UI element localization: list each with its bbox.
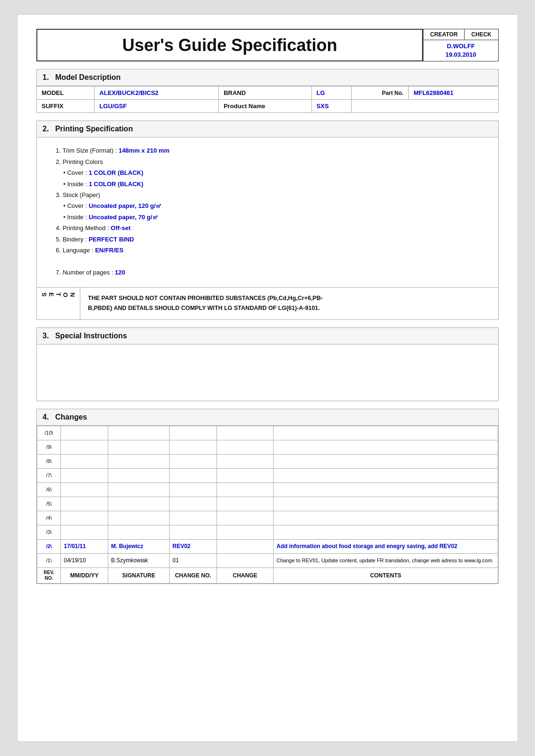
table-footer-row: REV.NO. MM/DD/YY SIGNATURE CHANGE NO. CH… — [37, 567, 498, 583]
section2-title: Printing Specification — [55, 125, 133, 133]
model-value: ALEX/BUCK2/BICS2 — [95, 86, 219, 100]
sig-10 — [108, 426, 170, 440]
notes-row: NOTES THE PART SHOULD NOT CONTAIN PROHIB… — [36, 288, 499, 320]
table-row: /1\ 04/19/10 B.Szymkowiak 01 Change to R… — [37, 553, 498, 567]
chgno-5 — [170, 497, 217, 511]
print-item-4: 4. Printing Method : Off-set — [56, 223, 489, 233]
section2-number: 2. — [43, 125, 49, 133]
date-8 — [61, 454, 108, 468]
section4-header: 4. Changes — [36, 409, 499, 426]
change-4 — [217, 511, 274, 525]
sig-6 — [108, 482, 170, 497]
brand-value: LG — [311, 86, 352, 100]
rev-8: /8\ — [37, 454, 61, 468]
chgno-10 — [170, 426, 217, 440]
print-item-5: 5. Bindery : PERFECT BIND — [56, 234, 489, 245]
changes-table: /10\ /9\ — [37, 426, 498, 584]
change-1 — [217, 553, 274, 567]
print-item-blank — [56, 256, 489, 266]
page-title: User's Guide Specification — [122, 35, 337, 55]
rev-3: /3\ — [37, 525, 61, 539]
section4-number: 4. — [43, 413, 49, 421]
mm-dd-yy-header: MM/DD/YY — [61, 567, 108, 583]
table-row: /6\ — [37, 482, 498, 497]
change-8 — [217, 454, 274, 468]
date-7 — [61, 468, 108, 482]
notes-content: THE PART SHOULD NOT CONTAIN PROHIBITED S… — [80, 288, 330, 319]
chgno-4 — [170, 511, 217, 525]
contents-9 — [274, 440, 498, 454]
contents-4 — [274, 511, 498, 525]
print-item-cover-color: • Cover : 1 COLOR (BLACK) — [63, 167, 489, 178]
contents-3 — [274, 525, 498, 539]
date-5 — [61, 497, 108, 511]
suffix-row: SUFFIX LGU/GSF Product Name SXS — [37, 100, 499, 113]
rev-no-header: REV.NO. — [37, 567, 61, 583]
print-item-2: 2. Printing Colors — [56, 156, 489, 167]
header: User's Guide Specification CREATOR CHECK… — [36, 29, 499, 61]
model-table: MODEL ALEX/BUCK2/BICS2 BRAND LG Part No.… — [36, 86, 499, 113]
model-label: MODEL — [37, 86, 95, 100]
change-7 — [217, 468, 274, 482]
print-item-inside-stock: • Inside : Uncoated paper, 70 g/㎡ — [63, 212, 489, 223]
model-row: MODEL ALEX/BUCK2/BICS2 BRAND LG Part No.… — [37, 86, 499, 100]
table-row: /4\ — [37, 511, 498, 525]
section3-number: 3. — [43, 332, 49, 340]
page: User's Guide Specification CREATOR CHECK… — [17, 14, 518, 742]
chgno-8 — [170, 454, 217, 468]
header-top-row: CREATOR CHECK — [423, 29, 498, 40]
change-6 — [217, 482, 274, 497]
check-label: CHECK — [465, 29, 498, 40]
date-3 — [61, 525, 108, 539]
chgno-6 — [170, 482, 217, 497]
print-item-cover-stock: • Cover : Uncoated paper, 120 g/㎡ — [63, 200, 489, 211]
contents-7 — [274, 468, 498, 482]
table-row: /3\ — [37, 525, 498, 539]
header-bottom-row: D.WOLFF19.03.2010 — [423, 40, 498, 61]
section4: 4. Changes /10\ /9\ — [36, 409, 499, 584]
section3-title: Special Instructions — [55, 332, 127, 340]
contents-5 — [274, 497, 498, 511]
change-3 — [217, 525, 274, 539]
title-box: User's Guide Specification — [36, 29, 423, 61]
change-9 — [217, 440, 274, 454]
date-6 — [61, 482, 108, 497]
rev-10: /10\ — [37, 426, 61, 440]
contents-10 — [274, 426, 498, 440]
table-row: /2\ 17/01/11 M. Bujewicz REV02 Add infor… — [37, 539, 498, 553]
table-row: /7\ — [37, 468, 498, 482]
chgno-1: 01 — [170, 553, 217, 567]
sig-3 — [108, 525, 170, 539]
chgno-7 — [170, 468, 217, 482]
sig-9 — [108, 440, 170, 454]
sig-5 — [108, 497, 170, 511]
section3-header: 3. Special Instructions — [36, 327, 499, 344]
creator-value: D.WOLFF19.03.2010 — [439, 40, 483, 61]
signature-header: SIGNATURE — [108, 567, 170, 583]
changes-section: /10\ /9\ — [36, 426, 499, 584]
contents-6 — [274, 482, 498, 497]
table-row: /5\ — [37, 497, 498, 511]
section1-title: Model Description — [55, 73, 121, 81]
contents-header: CONTENTS — [274, 567, 498, 583]
print-item-inside-color: • Inside : 1 COLOR (BLACK) — [63, 179, 489, 189]
rev-1: /1\ — [37, 553, 61, 567]
part-value: MFL62880461 — [408, 86, 498, 100]
rev-4: /4\ — [37, 511, 61, 525]
date-1: 04/19/10 — [61, 553, 108, 567]
date-9 — [61, 440, 108, 454]
part-label: Part No. — [352, 86, 409, 100]
product-value: SXS — [311, 100, 352, 113]
suffix-label: SUFFIX — [37, 100, 95, 113]
brand-label: BRAND — [219, 86, 311, 100]
section2-header: 2. Printing Specification — [36, 120, 499, 137]
date-4 — [61, 511, 108, 525]
suffix-value: LGU/GSF — [95, 100, 219, 113]
section3: 3. Special Instructions — [36, 327, 499, 401]
print-item-6: 6. Language : EN/FR/ES — [56, 245, 489, 256]
sig-2: M. Bujewicz — [108, 539, 170, 553]
date-2: 17/01/11 — [61, 539, 108, 553]
rev-7: /7\ — [37, 468, 61, 482]
product-label: Product Name — [219, 100, 311, 113]
date-10 — [61, 426, 108, 440]
